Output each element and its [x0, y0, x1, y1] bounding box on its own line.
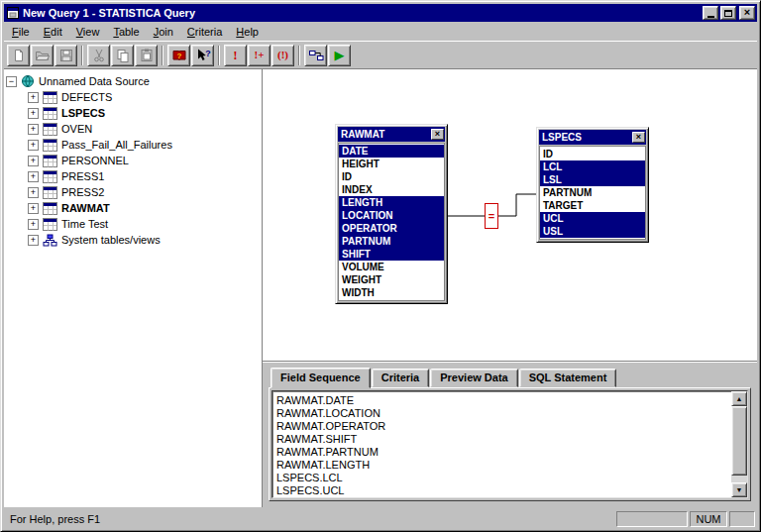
field-row[interactable]: LCL [540, 160, 645, 173]
field-row[interactable]: SHIFT [339, 248, 444, 261]
tab[interactable]: Preview Data [430, 369, 517, 387]
expand-icon[interactable]: + [28, 124, 39, 135]
menu-item[interactable]: Table [106, 24, 146, 40]
run-query-button[interactable]: ▶ [328, 45, 351, 66]
expand-icon[interactable]: + [28, 187, 39, 198]
join-tables-icon [308, 48, 324, 63]
expand-icon[interactable]: + [28, 235, 39, 246]
field-sequence-item[interactable]: RAWMAT.LOCATION [276, 407, 727, 420]
menu-item[interactable]: Join [147, 24, 180, 40]
tree-item[interactable]: + [6, 121, 260, 137]
tab[interactable]: Field Sequence [271, 368, 371, 388]
context-help-button[interactable]: ? [191, 45, 214, 66]
table-icon [43, 139, 57, 152]
tree-item[interactable]: + [6, 232, 260, 248]
field-row[interactable]: WEIGHT [339, 273, 444, 286]
help-book-icon: ? [171, 48, 187, 63]
scroll-up-icon[interactable]: ▲ [731, 391, 747, 406]
field-sequence-item[interactable]: LSPECS.LCL [276, 472, 727, 484]
field-sequence-item[interactable]: LSPECS.UCL [276, 484, 727, 497]
toolbar-separator [218, 46, 220, 65]
copy-icon [115, 48, 131, 63]
close-icon[interactable]: × [431, 129, 444, 140]
toolbar-separator [298, 46, 300, 65]
field-row[interactable]: HEIGHT [339, 158, 444, 170]
join-operator[interactable]: = [485, 203, 498, 229]
run-icon: ▶ [335, 49, 345, 61]
scrollbar-thumb[interactable] [731, 406, 747, 476]
execute-query-button[interactable]: ! [224, 45, 247, 66]
tab[interactable]: SQL Statement [519, 369, 617, 387]
menu-bar: FileEditViewTableJoinCriteriaHelp [4, 22, 757, 41]
tree-item[interactable]: + [6, 105, 260, 121]
field-row[interactable]: TARGET [540, 199, 645, 212]
tree-item[interactable]: + [6, 216, 260, 232]
field-row[interactable]: DATE [339, 145, 444, 158]
table-window-titlebar[interactable]: RAWMAT × [338, 127, 445, 142]
join-properties-button[interactable] [304, 45, 327, 66]
field-row[interactable]: VOLUME [339, 261, 444, 273]
field-row[interactable]: USL [540, 225, 645, 238]
help-topics-button[interactable]: ? [167, 45, 190, 66]
expand-icon[interactable]: + [28, 156, 39, 166]
vertical-scrollbar[interactable]: ▲ ▼ [731, 391, 747, 497]
diagram-canvas[interactable]: RAWMAT × DATEHEIGHTIDINDEXLENGTHLOCATION… [263, 69, 757, 362]
cancel-execution-button[interactable]: (!) [272, 45, 294, 66]
save-button[interactable] [54, 45, 77, 66]
field-sequence-item[interactable]: RAWMAT.LENGTH [276, 459, 727, 472]
tree-item[interactable]: + [6, 89, 260, 105]
expand-icon[interactable]: + [28, 140, 39, 151]
menu-item[interactable]: Help [229, 24, 266, 40]
field-row[interactable]: LOCATION [339, 209, 444, 222]
field-sequence-item[interactable]: RAWMAT.SHIFT [276, 433, 727, 446]
cut-button[interactable] [87, 45, 110, 66]
field-row[interactable]: ID [339, 170, 444, 183]
close-button[interactable]: × [739, 6, 755, 20]
field-row[interactable]: UCL [540, 212, 645, 225]
field-row[interactable]: PARTNUM [540, 186, 645, 199]
menu-item[interactable]: Criteria [180, 24, 229, 40]
maximize-button[interactable] [720, 6, 736, 20]
tab[interactable]: Criteria [372, 369, 430, 387]
tree-root-data-source[interactable]: − Unnamed Data Source [6, 73, 260, 89]
field-row[interactable]: WIDTH [339, 286, 444, 299]
field-row[interactable]: LSL [540, 173, 645, 186]
field-sequence-item[interactable]: RAWMAT.DATE [276, 394, 727, 407]
tree-item[interactable]: + [6, 200, 260, 216]
expand-icon[interactable]: + [28, 171, 39, 182]
expand-icon[interactable]: + [28, 219, 39, 230]
execute-return-data-button[interactable]: !+ [248, 45, 271, 66]
copy-button[interactable] [111, 45, 134, 66]
save-icon [58, 48, 74, 63]
tab-strip: Field SequenceCriteriaPreview DataSQL St… [269, 367, 751, 387]
table-window-title: LSPECS [542, 132, 632, 143]
field-row[interactable]: PARTNUM [339, 235, 444, 248]
field-row[interactable]: OPERATOR [339, 222, 444, 235]
app-window: New Query 1 - STATISTICA Query × FileEdi… [0, 0, 761, 532]
field-row[interactable]: ID [540, 148, 645, 160]
new-query-button[interactable] [7, 45, 30, 66]
app-icon [6, 6, 20, 20]
close-icon[interactable]: × [632, 132, 645, 143]
expand-icon[interactable]: + [28, 203, 39, 214]
table-window-titlebar[interactable]: LSPECS × [539, 130, 646, 145]
expand-icon[interactable]: + [28, 108, 39, 119]
table-icon [43, 107, 57, 120]
tree-item[interactable]: + [6, 153, 260, 168]
scroll-down-icon[interactable]: ▼ [731, 482, 747, 497]
menu-item[interactable]: File [5, 24, 37, 40]
menu-item[interactable]: View [69, 24, 107, 40]
tree-item[interactable]: + [6, 137, 260, 153]
field-row[interactable]: LENGTH [339, 196, 444, 209]
field-row[interactable]: INDEX [339, 183, 444, 196]
paste-button[interactable] [135, 45, 158, 66]
menu-item[interactable]: Edit [37, 24, 69, 40]
field-sequence-item[interactable]: RAWMAT.PARTNUM [276, 446, 727, 459]
tree-item[interactable]: + [6, 184, 260, 200]
expand-icon[interactable]: + [28, 92, 39, 103]
collapse-icon[interactable]: − [6, 76, 17, 87]
tree-item[interactable]: + [6, 168, 260, 184]
field-sequence-item[interactable]: RAWMAT.OPERATOR [276, 420, 727, 433]
minimize-button[interactable] [703, 6, 718, 20]
open-button[interactable] [31, 45, 54, 66]
